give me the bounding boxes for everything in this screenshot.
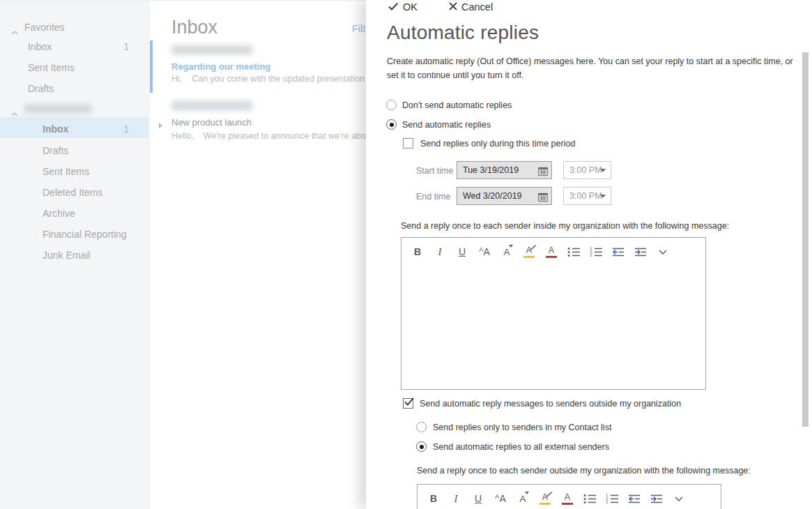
start-date-field[interactable]: Tue 3/19/2019	[457, 161, 552, 179]
caret-down-icon	[509, 245, 513, 248]
outside-message-label: Send a reply once to each sender outside…	[417, 466, 751, 476]
sidebar-section-favorites[interactable]: Favorites	[0, 22, 150, 38]
formatting-toolbar: B I U AA A A A 123	[401, 238, 705, 259]
folder-label: Inbox	[28, 41, 52, 52]
top-border	[0, 0, 366, 1]
increase-indent-button[interactable]	[634, 244, 648, 259]
radio-all-external[interactable]	[416, 441, 427, 452]
message-preview: Hello, We're pleased to announce that we…	[171, 131, 366, 141]
sidebar-item-drafts[interactable]: Drafts	[0, 145, 150, 162]
account-name-redacted	[24, 105, 91, 113]
font-color-button[interactable]: A	[560, 491, 574, 506]
sidebar-item-sent-items-favorites[interactable]: Sent Items	[0, 62, 150, 79]
font-color-button[interactable]: A	[544, 244, 558, 259]
inside-reply-textarea[interactable]	[401, 263, 705, 389]
section-label: Favorites	[24, 22, 65, 33]
panel-scrollbar-thumb[interactable]	[802, 52, 809, 427]
sidebar-item-drafts-favorites[interactable]: Drafts	[0, 83, 150, 100]
bold-button[interactable]: B	[427, 491, 441, 506]
checkbox-time-period-label[interactable]: Send replies only during this time perio…	[420, 139, 575, 149]
folder-label: Drafts	[43, 145, 68, 156]
start-time-dropdown[interactable]: 3:00 PM	[563, 161, 611, 179]
message-preview: Hi, Can you come with the updated presen…	[171, 74, 366, 84]
increase-indent-button[interactable]	[650, 491, 664, 506]
sidebar-item-inbox-favorites[interactable]: Inbox 1	[0, 41, 150, 58]
unread-indicator-bar	[150, 40, 153, 93]
highlight-color-button[interactable]: A	[538, 491, 552, 506]
start-time-label: Start time	[416, 166, 454, 176]
bullet-list-button[interactable]	[567, 244, 581, 259]
chevron-up-icon	[11, 107, 18, 119]
radio-contacts-only-label[interactable]: Send replies only to senders in my Conta…	[433, 423, 611, 432]
italic-button[interactable]: I	[449, 491, 463, 506]
bullet-list-icon	[583, 494, 597, 504]
highlight-yellow-bar	[523, 256, 535, 258]
page-title: Automatic replies	[387, 22, 539, 44]
numbered-list-button[interactable]: 123	[589, 244, 603, 259]
radio-dont-send[interactable]	[386, 100, 397, 110]
bold-button[interactable]: B	[411, 244, 424, 259]
font-name-button[interactable]: AA	[477, 244, 491, 259]
decrease-indent-button[interactable]	[611, 244, 625, 259]
decrease-indent-button[interactable]	[627, 491, 641, 506]
folder-label: Junk Email	[43, 250, 90, 261]
outside-reply-editor: B I U AA A A A 123	[417, 484, 721, 509]
chevron-down-icon	[675, 496, 683, 501]
sidebar-item-financial-reporting[interactable]: Financial Reporting	[0, 229, 150, 245]
checkbox-time-period[interactable]	[403, 138, 413, 149]
radio-send-label[interactable]: Send automatic replies	[402, 120, 491, 130]
font-size-button[interactable]: A	[500, 244, 514, 259]
sidebar-item-sent-items[interactable]: Sent Items	[0, 166, 150, 183]
filter-link[interactable]: Filter	[352, 23, 366, 34]
numbered-list-button[interactable]: 123	[605, 491, 619, 506]
underline-button[interactable]: U	[455, 244, 469, 259]
sidebar-section-account[interactable]	[0, 103, 150, 120]
ok-label: OK	[403, 1, 418, 13]
radio-send[interactable]	[386, 119, 397, 130]
ok-button[interactable]: OK	[388, 1, 418, 13]
more-formatting-button[interactable]	[656, 244, 670, 259]
unread-count-badge: 1	[123, 123, 129, 135]
folder-label: Inbox	[43, 123, 68, 135]
radio-dont-send-label[interactable]: Don't send automatic replies	[402, 100, 512, 110]
underline-button[interactable]: U	[471, 491, 485, 506]
start-date-value: Tue 3/19/2019	[463, 165, 519, 175]
decrease-indent-icon	[611, 247, 625, 257]
end-time-dropdown[interactable]: 3:00 PM	[563, 187, 611, 205]
sidebar-item-junk-email[interactable]: Junk Email	[0, 250, 150, 266]
highlight-color-button[interactable]: A	[522, 244, 536, 259]
font-size-button[interactable]: A	[516, 491, 530, 506]
chevron-up-icon	[11, 25, 18, 38]
inside-reply-editor: B I U AA A A A 123	[401, 237, 706, 390]
bullet-list-button[interactable]	[583, 491, 597, 506]
more-formatting-button[interactable]	[672, 491, 686, 506]
bullet-list-icon	[567, 247, 581, 257]
folder-label: Drafts	[28, 83, 54, 94]
sidebar-item-inbox[interactable]: Inbox 1	[0, 123, 150, 140]
folder-label: Sent Items	[28, 62, 75, 73]
italic-button[interactable]: I	[433, 244, 447, 259]
checkbox-outside-senders[interactable]	[403, 398, 413, 409]
checkbox-outside-senders-label[interactable]: Send automatic reply messages to senders…	[420, 399, 681, 409]
message-list-pane: Inbox Filter Regarding our meeting Hi, C…	[150, 0, 366, 509]
numbered-list-icon: 123	[590, 247, 603, 257]
svg-text:3: 3	[590, 253, 592, 257]
inbox-title: Inbox	[171, 17, 217, 38]
unread-count-badge: 1	[123, 41, 129, 52]
message-subject: New product launch	[171, 117, 252, 128]
cancel-button[interactable]: Cancel	[449, 1, 493, 13]
end-date-field[interactable]: Wed 3/20/2019	[457, 187, 552, 205]
font-name-button[interactable]: AA	[493, 491, 507, 506]
formatting-toolbar: B I U AA A A A 123	[418, 485, 721, 506]
end-time-label: End time	[416, 192, 450, 202]
chevron-down-icon	[600, 195, 606, 198]
sidebar-item-deleted-items[interactable]: Deleted Items	[0, 187, 150, 204]
sender-name-redacted	[171, 45, 252, 54]
sidebar-item-archive[interactable]: Archive	[0, 208, 150, 225]
outlook-mail-app: Favorites Inbox 1 Sent Items Drafts Inbo…	[0, 0, 812, 509]
expand-conversation-icon[interactable]	[158, 119, 163, 132]
radio-all-external-label[interactable]: Send automatic replies to all external s…	[433, 442, 609, 452]
sender-name-redacted	[171, 101, 252, 110]
font-color-red-bar	[546, 256, 557, 258]
radio-contacts-only[interactable]	[416, 422, 427, 432]
